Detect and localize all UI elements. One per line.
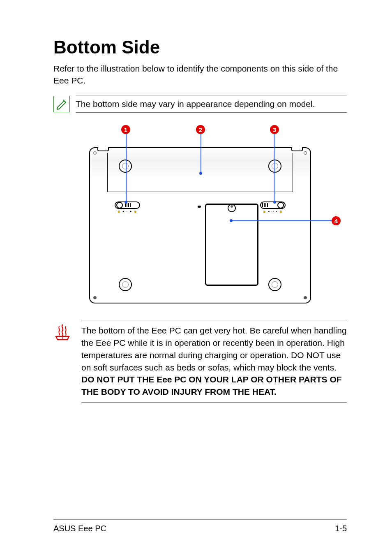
caution-block: ! The bottom of the Eee PC can get very … bbox=[53, 320, 347, 403]
callout-leader-4 bbox=[231, 220, 332, 221]
rubber-foot-br bbox=[268, 278, 281, 291]
callout-badge-3: 3 bbox=[270, 125, 279, 134]
hinge-tab-left bbox=[97, 147, 109, 151]
hot-surface-icon: ! bbox=[53, 323, 71, 343]
caution-body: The bottom of the Eee PC can get very ho… bbox=[81, 326, 347, 372]
screw-tr bbox=[304, 151, 307, 155]
screw-bl bbox=[93, 296, 97, 299]
reset-hole bbox=[198, 206, 201, 208]
intro-paragraph: Refer to the illustration below to ident… bbox=[53, 63, 347, 87]
battery-latch-left: 🔒 ◂ ▭ ▸ 🔓 bbox=[115, 201, 140, 214]
memory-compartment bbox=[205, 204, 258, 286]
caution-text: The bottom of the Eee PC can get very ho… bbox=[81, 320, 347, 403]
page-footer: ASUS Eee PC 1-5 bbox=[53, 519, 347, 533]
battery-latch-right: 🔓 ◂ ▭ ▸ 🔒 bbox=[260, 201, 286, 214]
hinge-tab-right bbox=[291, 147, 303, 151]
rubber-foot-tl bbox=[119, 160, 132, 173]
callout-badge-4: 4 bbox=[332, 216, 341, 225]
screw-tl bbox=[93, 151, 97, 155]
caution-bold: DO NOT PUT THE Eee PC ON YOUR LAP OR OTH… bbox=[81, 375, 342, 396]
callout-leader-3 bbox=[274, 134, 275, 202]
note-block: The bottom side may vary in appearance d… bbox=[53, 95, 347, 113]
rubber-foot-bl bbox=[119, 278, 132, 291]
chassis-outline: 🔒 ◂ ▭ ▸ 🔓 🔓 ◂ ▭ ▸ 🔒 bbox=[89, 147, 311, 303]
battery-seam bbox=[107, 192, 293, 192]
note-text: The bottom side may vary in appearance d… bbox=[76, 95, 347, 113]
callout-badge-2: 2 bbox=[196, 125, 205, 134]
footer-right: 1-5 bbox=[335, 524, 347, 533]
callout-badge-1: 1 bbox=[121, 125, 130, 134]
note-icon bbox=[53, 96, 70, 112]
latch-icons-left: 🔒 ◂ ▭ ▸ 🔓 bbox=[115, 210, 140, 213]
screw-br bbox=[304, 296, 307, 299]
svg-text:!: ! bbox=[62, 336, 63, 340]
footer-left: ASUS Eee PC bbox=[53, 524, 106, 533]
bottom-diagram: 1 2 3 4 bbox=[69, 123, 332, 308]
diagram-container: 1 2 3 4 bbox=[53, 123, 347, 308]
callout-leader-2 bbox=[201, 134, 201, 173]
battery-seam-left bbox=[107, 153, 108, 192]
callout-leader-1 bbox=[126, 134, 127, 202]
latch-icons-right: 🔓 ◂ ▭ ▸ 🔒 bbox=[260, 210, 286, 213]
battery-seam-right bbox=[293, 153, 293, 192]
section-heading: Bottom Side bbox=[53, 37, 347, 58]
